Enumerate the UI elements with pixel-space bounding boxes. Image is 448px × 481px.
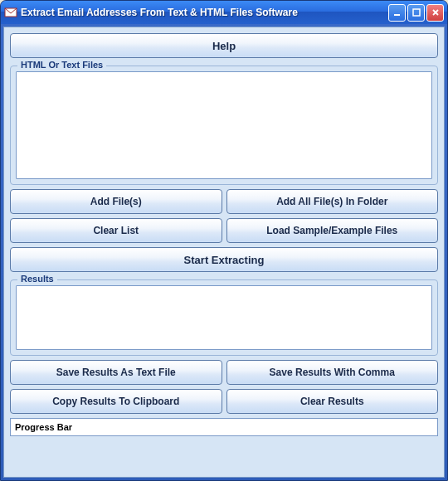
files-group-label: HTML Or Text Files	[17, 60, 106, 70]
svg-rect-1	[394, 14, 400, 16]
load-sample-button[interactable]: Load Sample/Example Files	[226, 218, 439, 243]
save-comma-button[interactable]: Save Results With Comma	[226, 360, 439, 385]
files-listbox[interactable]	[16, 71, 432, 179]
files-groupbox: HTML Or Text Files	[10, 66, 438, 185]
results-groupbox: Results	[10, 279, 438, 356]
window-controls	[388, 4, 444, 22]
save-text-button[interactable]: Save Results As Text File	[10, 360, 222, 385]
main-window: Extract Email Addresses From Text & HTML…	[0, 0, 448, 481]
file-buttons-row1: Add File(s) Add All File(s) In Folder	[10, 189, 438, 214]
clear-results-button[interactable]: Clear Results	[226, 389, 439, 414]
close-button[interactable]	[426, 4, 444, 22]
titlebar[interactable]: Extract Email Addresses From Text & HTML…	[1, 1, 447, 24]
maximize-button[interactable]	[407, 4, 425, 22]
progress-bar: Progress Bar	[10, 418, 438, 436]
file-buttons-row2: Clear List Load Sample/Example Files	[10, 218, 438, 243]
add-all-folder-button[interactable]: Add All File(s) In Folder	[226, 189, 439, 214]
results-buttons-row2: Copy Results To Clipboard Clear Results	[10, 389, 438, 414]
progress-label: Progress Bar	[15, 422, 72, 432]
svg-rect-2	[413, 9, 420, 16]
window-title: Extract Email Addresses From Text & HTML…	[21, 7, 388, 18]
copy-clipboard-button[interactable]: Copy Results To Clipboard	[10, 389, 222, 414]
results-group-label: Results	[17, 274, 57, 284]
clear-list-button[interactable]: Clear List	[10, 218, 222, 243]
client-area: Help HTML Or Text Files Add File(s) Add …	[3, 27, 445, 478]
start-extracting-button[interactable]: Start Extracting	[10, 247, 438, 272]
help-button[interactable]: Help	[10, 33, 438, 58]
minimize-button[interactable]	[388, 4, 406, 22]
add-files-button[interactable]: Add File(s)	[10, 189, 222, 214]
app-icon	[4, 6, 17, 19]
results-listbox[interactable]	[16, 285, 432, 350]
results-buttons-row1: Save Results As Text File Save Results W…	[10, 360, 438, 385]
